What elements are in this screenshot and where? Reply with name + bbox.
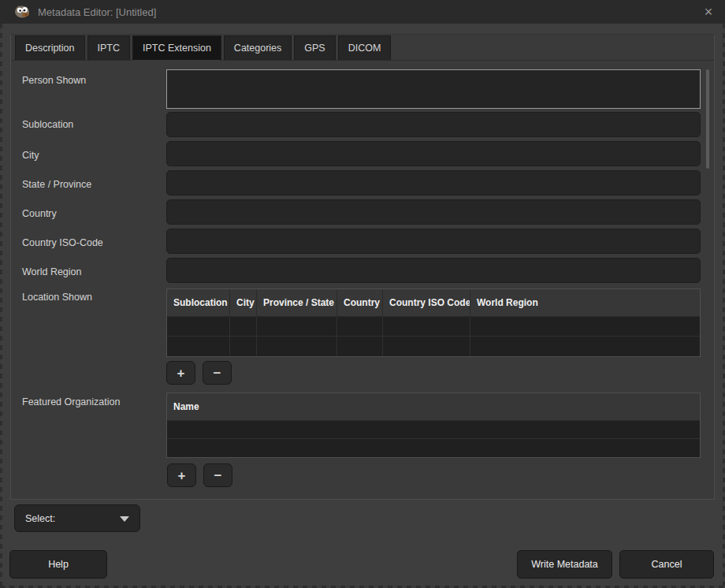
person-shown-input[interactable] [166, 69, 701, 109]
state-province-input[interactable] [166, 170, 701, 195]
featured-organization-label: Featured Organization [22, 396, 120, 408]
table-cell [167, 317, 230, 336]
location-shown-table-header: Sublocation City Province / State Countr… [167, 289, 700, 317]
titlebar[interactable]: Metadata Editor: [Untitled] × [0, 0, 725, 24]
sublocation-label: Sublocation [22, 119, 73, 130]
window-edge [0, 24, 2, 588]
tab-iptc[interactable]: IPTC [87, 35, 130, 60]
help-button[interactable]: Help [9, 550, 107, 579]
col-country-iso-code[interactable]: Country ISO Code [383, 289, 470, 316]
table-cell [470, 337, 700, 356]
organization-add-button[interactable]: + [167, 463, 196, 487]
table-cell [230, 337, 257, 356]
table-cell [470, 317, 700, 336]
tab-categories[interactable]: Categories [224, 35, 292, 60]
col-province-state[interactable]: Province / State [257, 289, 337, 316]
table-row[interactable] [167, 317, 700, 337]
write-metadata-button[interactable]: Write Metadata [517, 550, 612, 579]
tab-bar: Description IPTC IPTC Extension Categori… [11, 35, 714, 61]
city-input[interactable] [166, 141, 701, 166]
gimp-wilber-icon [14, 5, 32, 19]
table-row[interactable] [167, 421, 700, 439]
location-add-button[interactable]: + [166, 361, 195, 385]
table-cell [337, 317, 383, 336]
select-dropdown-label: Select: [25, 513, 55, 524]
metadata-editor-window: Metadata Editor: [Untitled] × Descriptio… [0, 0, 725, 588]
location-shown-label: Location Shown [22, 292, 92, 303]
location-remove-button[interactable]: − [203, 361, 232, 385]
select-dropdown[interactable]: Select: [14, 504, 140, 532]
vertical-scrollbar[interactable] [706, 69, 709, 169]
world-region-input[interactable] [166, 258, 701, 283]
window-title: Metadata Editor: [Untitled] [38, 6, 156, 18]
country-iso-code-label: Country ISO-Code [22, 237, 103, 248]
tab-iptc-extension[interactable]: IPTC Extension [132, 35, 221, 61]
featured-organization-table: Name [166, 393, 701, 458]
table-row[interactable] [167, 337, 700, 356]
table-cell [383, 317, 470, 336]
city-label: City [22, 150, 39, 161]
table-cell [383, 337, 470, 356]
person-shown-label: Person Shown [22, 75, 86, 86]
col-world-region[interactable]: World Region [470, 289, 700, 316]
col-name[interactable]: Name [167, 393, 700, 420]
sublocation-input[interactable] [166, 112, 701, 137]
table-cell [167, 421, 700, 438]
cancel-button[interactable]: Cancel [619, 550, 714, 579]
world-region-label: World Region [22, 266, 82, 277]
table-cell [257, 317, 337, 336]
col-sublocation[interactable]: Sublocation [167, 289, 230, 316]
table-cell [337, 337, 383, 356]
table-cell [167, 439, 700, 457]
tab-dicom[interactable]: DICOM [338, 35, 392, 60]
chevron-down-icon [120, 516, 129, 522]
featured-organization-table-header: Name [167, 393, 700, 421]
table-cell [167, 337, 230, 356]
location-shown-table: Sublocation City Province / State Countr… [166, 288, 701, 357]
table-cell [257, 337, 337, 356]
table-cell [230, 317, 257, 336]
country-label: Country [22, 208, 57, 219]
country-iso-code-input[interactable] [166, 229, 701, 254]
tab-gps[interactable]: GPS [294, 35, 335, 60]
col-country[interactable]: Country [337, 289, 383, 316]
tab-description[interactable]: Description [15, 35, 85, 60]
close-icon[interactable]: × [698, 2, 719, 21]
state-province-label: State / Province [22, 179, 91, 190]
organization-remove-button[interactable]: − [203, 463, 232, 487]
col-city[interactable]: City [230, 289, 257, 316]
table-row[interactable] [167, 439, 700, 457]
country-input[interactable] [166, 199, 701, 225]
